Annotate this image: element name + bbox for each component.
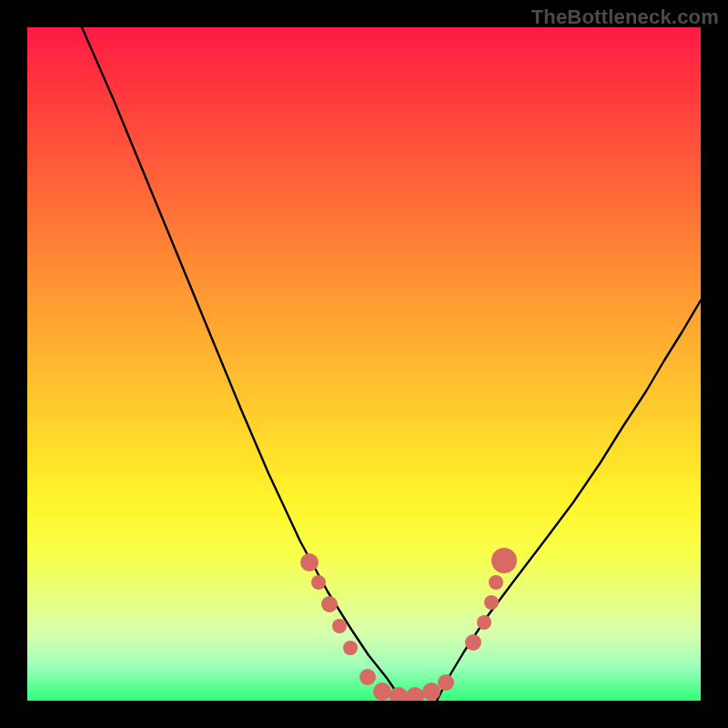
- data-marker: [465, 634, 481, 651]
- data-marker: [438, 674, 454, 691]
- watermark-text: TheBottleneck.com: [531, 5, 719, 29]
- data-marker: [343, 641, 358, 655]
- data-marker: [477, 615, 491, 630]
- data-marker: [489, 575, 503, 590]
- data-marker: [300, 553, 318, 571]
- data-marker: [389, 687, 408, 701]
- data-marker: [332, 619, 347, 633]
- chart-frame: TheBottleneck.com: [0, 0, 728, 728]
- left-curve: [82, 27, 402, 701]
- data-marker: [491, 548, 517, 573]
- data-marker: [406, 687, 424, 701]
- data-marker: [373, 682, 391, 701]
- data-marker: [311, 575, 326, 590]
- curve-layer: [27, 27, 701, 701]
- data-marker: [484, 595, 499, 610]
- plot-area: [27, 27, 701, 701]
- data-marker: [321, 596, 338, 612]
- data-marker: [359, 669, 376, 685]
